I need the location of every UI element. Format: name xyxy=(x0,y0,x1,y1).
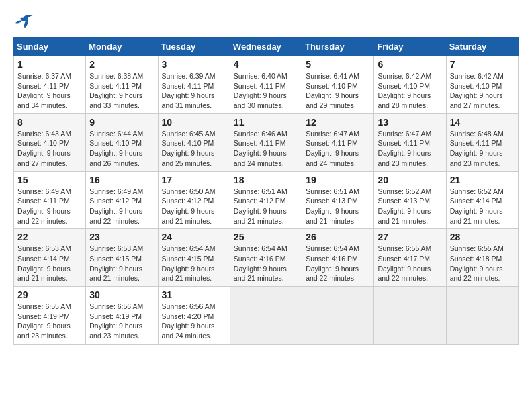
weekday-header-tuesday: Tuesday xyxy=(158,38,230,56)
day-number: 3 xyxy=(162,59,226,70)
weekday-header-sunday: Sunday xyxy=(14,38,86,56)
calendar-cell: 17Sunrise: 6:50 AMSunset: 4:12 PMDayligh… xyxy=(158,171,230,229)
day-number: 14 xyxy=(450,117,515,128)
calendar-cell: 1Sunrise: 6:37 AMSunset: 4:11 PMDaylight… xyxy=(14,56,86,114)
weekday-header-thursday: Thursday xyxy=(302,38,374,56)
calendar-table: SundayMondayTuesdayWednesdayThursdayFrid… xyxy=(13,37,519,345)
day-number: 5 xyxy=(306,59,370,70)
day-number: 27 xyxy=(378,232,442,242)
page-header xyxy=(13,13,519,30)
calendar-cell: 8Sunrise: 6:43 AMSunset: 4:10 PMDaylight… xyxy=(14,113,86,171)
day-info: Sunrise: 6:48 AMSunset: 4:11 PMDaylight:… xyxy=(450,129,515,169)
calendar-cell xyxy=(302,287,374,345)
day-info: Sunrise: 6:47 AMSunset: 4:11 PMDaylight:… xyxy=(306,129,370,169)
calendar-cell: 13Sunrise: 6:47 AMSunset: 4:11 PMDayligh… xyxy=(374,113,446,171)
calendar-cell: 2Sunrise: 6:38 AMSunset: 4:11 PMDaylight… xyxy=(86,56,158,114)
calendar-week-3: 15Sunrise: 6:49 AMSunset: 4:11 PMDayligh… xyxy=(14,171,519,229)
calendar-cell: 26Sunrise: 6:54 AMSunset: 4:16 PMDayligh… xyxy=(302,229,374,287)
calendar-cell: 30Sunrise: 6:56 AMSunset: 4:19 PMDayligh… xyxy=(86,287,158,345)
day-info: Sunrise: 6:43 AMSunset: 4:10 PMDaylight:… xyxy=(17,129,82,169)
calendar-cell: 31Sunrise: 6:56 AMSunset: 4:20 PMDayligh… xyxy=(158,287,230,345)
calendar-week-4: 22Sunrise: 6:53 AMSunset: 4:14 PMDayligh… xyxy=(14,229,519,287)
calendar-cell: 23Sunrise: 6:53 AMSunset: 4:15 PMDayligh… xyxy=(86,229,158,287)
day-number: 13 xyxy=(378,117,442,128)
day-number: 20 xyxy=(378,175,442,185)
day-number: 15 xyxy=(17,175,82,185)
day-info: Sunrise: 6:54 AMSunset: 4:15 PMDaylight:… xyxy=(162,244,226,283)
calendar-cell xyxy=(230,287,302,345)
logo xyxy=(13,13,36,30)
day-info: Sunrise: 6:50 AMSunset: 4:12 PMDaylight:… xyxy=(162,187,226,226)
day-number: 22 xyxy=(17,232,82,242)
day-number: 18 xyxy=(234,175,298,185)
day-info: Sunrise: 6:37 AMSunset: 4:11 PMDaylight:… xyxy=(17,71,82,111)
day-number: 1 xyxy=(17,59,82,70)
day-number: 7 xyxy=(450,59,515,70)
day-info: Sunrise: 6:53 AMSunset: 4:15 PMDaylight:… xyxy=(89,244,154,283)
calendar-cell: 5Sunrise: 6:41 AMSunset: 4:10 PMDaylight… xyxy=(302,56,374,114)
day-number: 9 xyxy=(89,117,154,128)
day-number: 4 xyxy=(234,59,298,70)
calendar-cell xyxy=(374,287,446,345)
day-info: Sunrise: 6:55 AMSunset: 4:19 PMDaylight:… xyxy=(17,302,82,341)
day-info: Sunrise: 6:53 AMSunset: 4:14 PMDaylight:… xyxy=(17,244,82,283)
day-info: Sunrise: 6:38 AMSunset: 4:11 PMDaylight:… xyxy=(89,71,154,111)
calendar-cell: 20Sunrise: 6:52 AMSunset: 4:13 PMDayligh… xyxy=(374,171,446,229)
day-info: Sunrise: 6:52 AMSunset: 4:13 PMDaylight:… xyxy=(378,187,442,226)
calendar-cell: 11Sunrise: 6:46 AMSunset: 4:11 PMDayligh… xyxy=(230,113,302,171)
calendar-cell: 18Sunrise: 6:51 AMSunset: 4:12 PMDayligh… xyxy=(230,171,302,229)
day-number: 25 xyxy=(234,232,298,242)
day-info: Sunrise: 6:55 AMSunset: 4:17 PMDaylight:… xyxy=(378,244,442,283)
day-info: Sunrise: 6:55 AMSunset: 4:18 PMDaylight:… xyxy=(450,244,515,283)
day-info: Sunrise: 6:45 AMSunset: 4:10 PMDaylight:… xyxy=(162,129,226,169)
day-info: Sunrise: 6:46 AMSunset: 4:11 PMDaylight:… xyxy=(234,129,298,169)
calendar-week-1: 1Sunrise: 6:37 AMSunset: 4:11 PMDaylight… xyxy=(14,56,519,114)
calendar-cell: 22Sunrise: 6:53 AMSunset: 4:14 PMDayligh… xyxy=(14,229,86,287)
day-info: Sunrise: 6:52 AMSunset: 4:14 PMDaylight:… xyxy=(450,187,515,226)
day-number: 29 xyxy=(17,289,82,300)
calendar-cell: 28Sunrise: 6:55 AMSunset: 4:18 PMDayligh… xyxy=(446,229,518,287)
calendar-cell: 25Sunrise: 6:54 AMSunset: 4:16 PMDayligh… xyxy=(230,229,302,287)
weekday-header-friday: Friday xyxy=(374,38,446,56)
day-number: 2 xyxy=(89,59,154,70)
calendar-cell xyxy=(446,287,518,345)
calendar-cell: 15Sunrise: 6:49 AMSunset: 4:11 PMDayligh… xyxy=(14,171,86,229)
day-number: 10 xyxy=(162,117,226,128)
day-info: Sunrise: 6:56 AMSunset: 4:19 PMDaylight:… xyxy=(89,302,154,341)
calendar-cell: 29Sunrise: 6:55 AMSunset: 4:19 PMDayligh… xyxy=(14,287,86,345)
day-info: Sunrise: 6:49 AMSunset: 4:12 PMDaylight:… xyxy=(89,187,154,226)
day-number: 21 xyxy=(450,175,515,185)
weekday-header-row: SundayMondayTuesdayWednesdayThursdayFrid… xyxy=(14,38,519,56)
day-number: 12 xyxy=(306,117,370,128)
calendar-cell: 6Sunrise: 6:42 AMSunset: 4:10 PMDaylight… xyxy=(374,56,446,114)
day-number: 17 xyxy=(162,175,226,185)
calendar-cell: 3Sunrise: 6:39 AMSunset: 4:11 PMDaylight… xyxy=(158,56,230,114)
day-info: Sunrise: 6:40 AMSunset: 4:11 PMDaylight:… xyxy=(234,71,298,111)
day-info: Sunrise: 6:39 AMSunset: 4:11 PMDaylight:… xyxy=(162,71,226,111)
day-info: Sunrise: 6:51 AMSunset: 4:12 PMDaylight:… xyxy=(234,187,298,226)
calendar-cell: 14Sunrise: 6:48 AMSunset: 4:11 PMDayligh… xyxy=(446,113,518,171)
day-number: 19 xyxy=(306,175,370,185)
weekday-header-wednesday: Wednesday xyxy=(230,38,302,56)
calendar-cell: 21Sunrise: 6:52 AMSunset: 4:14 PMDayligh… xyxy=(446,171,518,229)
day-info: Sunrise: 6:51 AMSunset: 4:13 PMDaylight:… xyxy=(306,187,370,226)
day-number: 23 xyxy=(89,232,154,242)
calendar-cell: 27Sunrise: 6:55 AMSunset: 4:17 PMDayligh… xyxy=(374,229,446,287)
day-info: Sunrise: 6:42 AMSunset: 4:10 PMDaylight:… xyxy=(450,71,515,111)
calendar-cell: 16Sunrise: 6:49 AMSunset: 4:12 PMDayligh… xyxy=(86,171,158,229)
day-number: 8 xyxy=(17,117,82,128)
day-number: 28 xyxy=(450,232,515,242)
logo-icon xyxy=(13,13,34,30)
calendar-week-5: 29Sunrise: 6:55 AMSunset: 4:19 PMDayligh… xyxy=(14,287,519,345)
day-info: Sunrise: 6:44 AMSunset: 4:10 PMDaylight:… xyxy=(89,129,154,169)
weekday-header-monday: Monday xyxy=(86,38,158,56)
day-number: 24 xyxy=(162,232,226,242)
day-number: 16 xyxy=(89,175,154,185)
calendar-cell: 7Sunrise: 6:42 AMSunset: 4:10 PMDaylight… xyxy=(446,56,518,114)
day-info: Sunrise: 6:41 AMSunset: 4:10 PMDaylight:… xyxy=(306,71,370,111)
calendar-cell: 24Sunrise: 6:54 AMSunset: 4:15 PMDayligh… xyxy=(158,229,230,287)
day-info: Sunrise: 6:42 AMSunset: 4:10 PMDaylight:… xyxy=(378,71,442,111)
day-info: Sunrise: 6:56 AMSunset: 4:20 PMDaylight:… xyxy=(162,302,226,341)
calendar-cell: 9Sunrise: 6:44 AMSunset: 4:10 PMDaylight… xyxy=(86,113,158,171)
day-info: Sunrise: 6:47 AMSunset: 4:11 PMDaylight:… xyxy=(378,129,442,169)
